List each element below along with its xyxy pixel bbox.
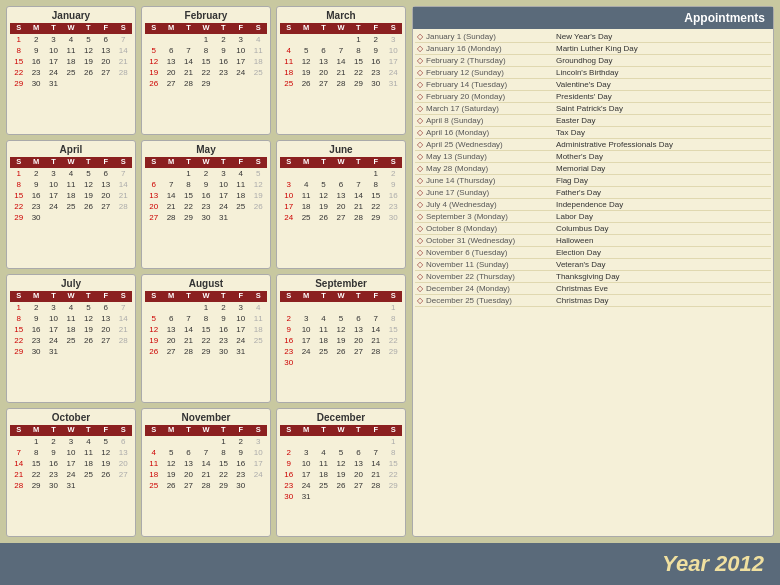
appointment-row[interactable]: ◇February 20 (Monday)Presidents' Day (415, 91, 771, 103)
cal-day[interactable]: 29 (10, 346, 27, 357)
cal-day[interactable]: 18 (62, 324, 79, 335)
cal-day[interactable]: 4 (62, 168, 79, 179)
cal-day[interactable]: 22 (215, 469, 232, 480)
cal-day[interactable]: 24 (232, 335, 249, 346)
cal-day[interactable] (250, 78, 267, 89)
appointment-row[interactable]: ◇November 6 (Tuesday)Election Day (415, 247, 771, 259)
cal-day[interactable]: 24 (215, 201, 232, 212)
cal-day[interactable]: 26 (145, 78, 162, 89)
cal-day[interactable]: 5 (332, 313, 349, 324)
cal-day[interactable]: 8 (385, 313, 402, 324)
cal-day[interactable]: 28 (10, 480, 27, 491)
cal-day[interactable]: 16 (215, 56, 232, 67)
cal-day[interactable]: 12 (145, 56, 162, 67)
cal-day[interactable]: 21 (197, 469, 214, 480)
cal-day[interactable]: 19 (297, 67, 314, 78)
cal-day[interactable]: 7 (10, 447, 27, 458)
cal-day[interactable]: 31 (297, 491, 314, 502)
cal-day[interactable]: 1 (10, 34, 27, 45)
cal-day[interactable]: 19 (145, 335, 162, 346)
cal-day[interactable]: 20 (180, 469, 197, 480)
cal-day[interactable] (232, 212, 249, 223)
cal-day[interactable]: 29 (350, 78, 367, 89)
cal-day[interactable]: 14 (367, 324, 384, 335)
cal-day[interactable]: 16 (27, 190, 44, 201)
cal-day[interactable]: 1 (367, 168, 384, 179)
cal-day[interactable]: 11 (297, 190, 314, 201)
cal-day[interactable]: 3 (45, 168, 62, 179)
cal-day[interactable]: 4 (280, 45, 297, 56)
cal-day[interactable]: 7 (180, 45, 197, 56)
cal-day[interactable]: 28 (115, 67, 132, 78)
cal-day[interactable]: 5 (80, 302, 97, 313)
cal-day[interactable]: 2 (215, 34, 232, 45)
cal-day[interactable]: 4 (80, 436, 97, 447)
cal-day[interactable]: 23 (367, 67, 384, 78)
cal-day[interactable]: 24 (297, 346, 314, 357)
cal-day[interactable]: 1 (385, 436, 402, 447)
cal-day[interactable] (280, 436, 297, 447)
cal-day[interactable]: 25 (250, 67, 267, 78)
cal-day[interactable]: 9 (27, 313, 44, 324)
cal-day[interactable] (315, 302, 332, 313)
cal-day[interactable] (250, 346, 267, 357)
cal-day[interactable]: 21 (162, 201, 179, 212)
cal-day[interactable]: 3 (280, 179, 297, 190)
cal-day[interactable]: 18 (145, 469, 162, 480)
cal-day[interactable] (367, 302, 384, 313)
appointment-row[interactable]: ◇November 22 (Thursday)Thanksgiving Day (415, 271, 771, 283)
cal-day[interactable]: 26 (332, 346, 349, 357)
cal-day[interactable]: 22 (10, 335, 27, 346)
cal-day[interactable]: 7 (180, 313, 197, 324)
cal-day[interactable]: 25 (315, 480, 332, 491)
cal-day[interactable]: 7 (197, 447, 214, 458)
cal-day[interactable]: 13 (180, 458, 197, 469)
cal-day[interactable]: 6 (350, 313, 367, 324)
cal-day[interactable]: 25 (80, 469, 97, 480)
cal-day[interactable]: 9 (197, 179, 214, 190)
cal-day[interactable]: 22 (10, 67, 27, 78)
cal-day[interactable]: 17 (297, 469, 314, 480)
cal-day[interactable]: 11 (280, 56, 297, 67)
cal-day[interactable]: 11 (250, 45, 267, 56)
cal-day[interactable] (315, 357, 332, 368)
cal-day[interactable]: 19 (332, 335, 349, 346)
cal-day[interactable]: 8 (180, 179, 197, 190)
cal-day[interactable]: 6 (97, 168, 114, 179)
cal-day[interactable]: 23 (385, 201, 402, 212)
cal-day[interactable]: 11 (62, 179, 79, 190)
cal-day[interactable]: 12 (162, 458, 179, 469)
cal-day[interactable]: 1 (385, 302, 402, 313)
cal-day[interactable] (80, 480, 97, 491)
cal-day[interactable]: 2 (45, 436, 62, 447)
cal-day[interactable]: 10 (232, 313, 249, 324)
cal-day[interactable]: 25 (280, 78, 297, 89)
cal-day[interactable]: 12 (145, 324, 162, 335)
cal-day[interactable]: 12 (332, 324, 349, 335)
cal-day[interactable]: 22 (350, 67, 367, 78)
cal-day[interactable]: 24 (297, 480, 314, 491)
cal-day[interactable]: 20 (145, 201, 162, 212)
cal-day[interactable]: 21 (10, 469, 27, 480)
appointment-row[interactable]: ◇December 25 (Tuesday)Christmas Day (415, 295, 771, 307)
cal-day[interactable]: 9 (27, 45, 44, 56)
cal-day[interactable]: 26 (315, 212, 332, 223)
cal-day[interactable]: 7 (115, 34, 132, 45)
cal-day[interactable]: 21 (115, 56, 132, 67)
cal-day[interactable]: 18 (232, 190, 249, 201)
cal-day[interactable]: 31 (62, 480, 79, 491)
cal-day[interactable]: 15 (215, 458, 232, 469)
cal-day[interactable]: 22 (27, 469, 44, 480)
cal-day[interactable]: 8 (10, 179, 27, 190)
cal-day[interactable] (80, 212, 97, 223)
cal-day[interactable]: 4 (232, 168, 249, 179)
cal-day[interactable]: 14 (180, 324, 197, 335)
cal-day[interactable] (115, 78, 132, 89)
cal-day[interactable]: 14 (180, 56, 197, 67)
cal-day[interactable]: 11 (315, 458, 332, 469)
cal-day[interactable]: 12 (315, 190, 332, 201)
cal-day[interactable]: 29 (197, 78, 214, 89)
cal-day[interactable]: 18 (280, 67, 297, 78)
cal-day[interactable]: 6 (332, 179, 349, 190)
cal-day[interactable]: 11 (145, 458, 162, 469)
